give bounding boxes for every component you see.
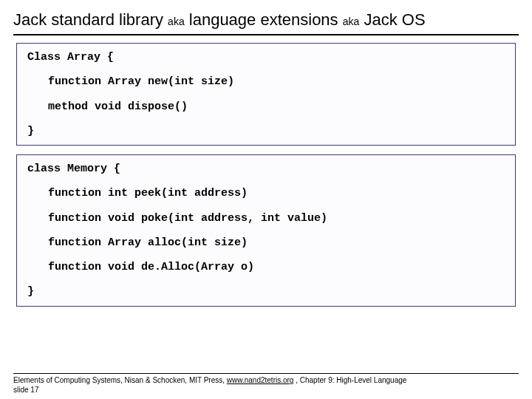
blank-line [27,113,505,125]
code-line: function Array new(int size) [27,75,505,88]
footer-link[interactable]: www.nand2tetris.org [227,376,294,384]
code-line: function Array alloc(int size) [27,236,505,249]
code-box-memory: class Memory { function int peek(int add… [16,154,516,307]
footer-text-after: , Chapter 9: High-Level Language [293,376,406,384]
code-line: function void poke(int address, int valu… [27,212,505,225]
blank-line [27,249,505,261]
title-part2: language extensions [185,10,343,29]
footer: Elements of Computing Systems, Nisan & S… [13,376,519,395]
blank-line [27,225,505,236]
blank-line [27,175,505,187]
title-part3: Jack OS [359,10,425,29]
slide-title: Jack standard library aka language exten… [13,10,519,30]
footer-slide-number: slide 17 [13,386,38,394]
code-line: Class Array { [27,51,505,64]
footer-rule [13,373,519,374]
code-line: function void de.Alloc(Array o) [27,261,505,273]
code-line: function int peek(int address) [27,187,505,200]
code-line: class Memory { [27,163,505,175]
code-box-array: Class Array { function Array new(int siz… [16,43,516,146]
title-aka-2: aka [343,16,360,27]
slide: Jack standard library aka language exten… [0,0,532,399]
blank-line [27,200,505,212]
code-line: } [27,125,505,137]
title-rule [13,34,519,35]
title-aka-1: aka [168,16,185,27]
code-line: method void dispose() [27,100,505,113]
code-line: } [27,285,505,298]
title-part1: Jack standard library [13,10,168,29]
blank-line [27,273,505,285]
blank-line [27,64,505,75]
blank-line [27,89,505,100]
footer-text-before: Elements of Computing Systems, Nisan & S… [13,376,227,384]
